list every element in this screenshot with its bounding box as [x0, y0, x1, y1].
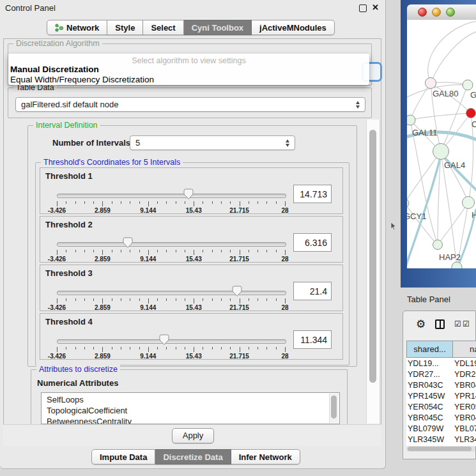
algorithm-option-equal-width[interactable]: Equal Width/Frequency Discretization	[10, 75, 154, 84]
settings-scrollbar-thumb[interactable]	[369, 130, 376, 383]
table-scrollbar-thumb[interactable]	[408, 447, 472, 451]
tick-mark	[176, 250, 176, 252]
cell-name: YBR045C	[452, 413, 476, 422]
threshold-slider-track[interactable]	[57, 194, 286, 198]
threshold-value-field[interactable]: 11.344	[293, 330, 332, 349]
network-node-h[interactable]	[463, 197, 475, 209]
close-icon[interactable]: ✕	[372, 3, 379, 12]
table-row[interactable]: YBL079WYBL079W	[406, 423, 476, 434]
network-node-gal4[interactable]	[433, 144, 449, 160]
tab-network[interactable]: Network	[47, 20, 107, 35]
network-node-hap2[interactable]	[433, 240, 443, 250]
threshold-slider-handle[interactable]	[159, 334, 169, 346]
threshold-slider-track[interactable]	[57, 339, 286, 344]
tick-mark	[257, 347, 258, 349]
network-node-gal80[interactable]	[426, 78, 436, 89]
tick-mark	[203, 347, 203, 349]
slider-ticks	[57, 201, 285, 207]
threshold-value-field[interactable]: 14.713	[293, 185, 332, 203]
number-of-intervals-value: 5	[135, 138, 140, 148]
table-data-combobox[interactable]: galFiltered.sif default node	[15, 97, 365, 112]
checkbox-icon[interactable]: ☑	[454, 319, 461, 328]
column-header-name[interactable]: name	[453, 341, 476, 358]
threshold-value-field[interactable]: 21.4	[293, 282, 332, 300]
apply-button[interactable]: Apply	[172, 428, 214, 443]
threshold-slider-handle[interactable]	[123, 237, 133, 249]
tab-network-label: Network	[66, 23, 99, 33]
threshold-slider-track[interactable]	[57, 242, 286, 247]
tick-mark	[257, 250, 258, 252]
numerical-attributes-list[interactable]: SelfLoopsTopologicalCoefficientBetweenne…	[41, 392, 340, 424]
threshold-panel: Threshold 4 -3.4262.8599.14415.4321.7152…	[40, 313, 343, 360]
tab-cyni-toolbox[interactable]: Cyni Toolbox	[184, 20, 252, 35]
attribute-item-betweennesscentrality[interactable]: BetweennessCentrality	[42, 416, 339, 424]
network-node[interactable]	[452, 262, 462, 268]
tick-mark	[176, 201, 176, 204]
gear-icon[interactable]: ⚙	[416, 318, 426, 331]
threshold-value-field[interactable]: 6.316	[293, 233, 332, 252]
tick-mark	[139, 250, 140, 252]
tick-mark	[240, 201, 240, 206]
cell-shared-name: YBL079W	[406, 424, 452, 433]
close-traffic-light[interactable]	[418, 8, 427, 17]
tick-mark	[166, 298, 167, 301]
network-node-gal[interactable]	[463, 80, 473, 90]
threshold-slider-track[interactable]	[57, 291, 286, 295]
zoom-traffic-light[interactable]	[446, 8, 455, 17]
tick-mark	[112, 250, 112, 252]
settings-scrollbar[interactable]	[366, 119, 380, 424]
network-node-gcy1[interactable]	[407, 199, 409, 208]
control-panel-tabs: NetworkStyleSelectCyni ToolboxjActiveMNo…	[47, 20, 335, 35]
column-header-shared-name[interactable]: shared...	[406, 341, 453, 358]
algorithm-option-manual[interactable]: Manual Discretization	[10, 65, 99, 74]
tick-mark	[203, 201, 203, 204]
threshold-slider-handle[interactable]	[232, 286, 242, 297]
tick-mark	[185, 250, 185, 252]
minimize-traffic-light[interactable]	[432, 8, 441, 17]
slider-tick-labels: -3.4262.8599.14415.4321.71528	[57, 353, 285, 360]
threshold-panel: Threshold 1 -3.4262.8599.14415.4321.7152…	[40, 167, 343, 214]
tick-mark	[121, 298, 121, 301]
tab-cyni-toolbox-label: Cyni Toolbox	[192, 23, 243, 33]
algorithm-popup-hint: Select algorithm to view settings	[8, 56, 369, 65]
tab-jactivemnodules[interactable]: jActiveMNodules	[252, 20, 335, 35]
table-horizontal-scrollbar[interactable]	[406, 446, 475, 452]
float-window-icon[interactable]	[359, 4, 367, 12]
tab-impute-data[interactable]: Impute Data	[91, 449, 155, 464]
table-row[interactable]: YPR145WYPR145W	[406, 390, 476, 401]
attribute-item-topologicalcoefficient[interactable]: TopologicalCoefficient	[42, 405, 339, 416]
table-row[interactable]: YDL19...YDL19...	[406, 358, 476, 369]
checkbox-icon[interactable]: ☑	[463, 319, 470, 328]
split-view-icon[interactable]	[435, 319, 445, 329]
attribute-items: SelfLoopsTopologicalCoefficientBetweenne…	[42, 393, 339, 424]
tab-discretize-data[interactable]: Discretize Data	[155, 449, 231, 464]
number-of-intervals-combobox[interactable]: 5	[130, 135, 295, 150]
list-scrollbar[interactable]	[329, 394, 339, 423]
tick-mark	[66, 347, 66, 349]
network-edge	[410, 83, 431, 120]
tick-mark	[130, 347, 130, 349]
tick-label: 21.715	[229, 353, 249, 360]
tick-mark	[257, 201, 258, 204]
tick-mark	[130, 201, 130, 204]
tick-mark	[194, 201, 194, 206]
network-node-c[interactable]	[466, 109, 476, 118]
table-row[interactable]: YBR043CYBR043C	[406, 380, 476, 390]
tick-mark	[121, 201, 121, 204]
network-canvas[interactable]: GAL80GALCGAL11GAL4GCY1HHAP2	[407, 20, 476, 268]
table-row[interactable]: YBR045CYBR045C	[406, 412, 476, 423]
tab-style[interactable]: Style	[107, 20, 143, 35]
thresholds-group-label: Threshold's Coordinates for 5 Intervals	[41, 158, 183, 167]
table-row[interactable]: YLR345WYLR345W	[406, 434, 476, 445]
network-node-gal11[interactable]	[407, 115, 415, 125]
table-row[interactable]: YER054CYER054C	[406, 401, 476, 412]
attribute-item-selfloops[interactable]: SelfLoops	[42, 394, 339, 405]
list-scrollbar-thumb[interactable]	[331, 395, 337, 418]
node-label: HAP2	[439, 252, 461, 262]
table-panel-title: Table Panel	[407, 295, 450, 304]
table-rows[interactable]: YDL19...YDL19...YDR27...YDR27...YBR043CY…	[406, 358, 476, 446]
tab-infer-network[interactable]: Infer Network	[231, 449, 300, 464]
tab-select[interactable]: Select	[143, 20, 183, 35]
threshold-slider-handle[interactable]	[183, 188, 194, 200]
table-row[interactable]: YDR27...YDR27...	[406, 369, 476, 380]
